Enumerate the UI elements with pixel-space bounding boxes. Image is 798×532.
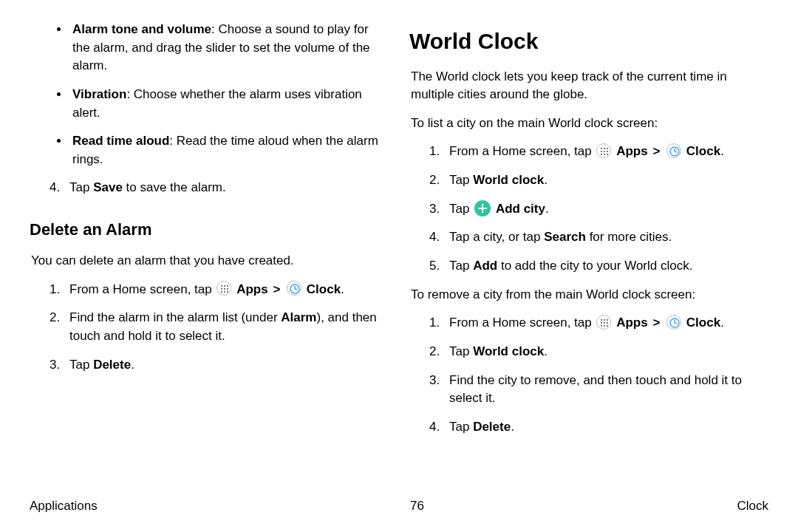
clock-icon [287,281,301,296]
world-clock-heading: World Clock [409,25,768,58]
step-save: Tap Save to save the alarm. [64,179,389,197]
bullet-bold: Read time aloud [72,134,169,148]
page-footer: Applications 76 Clock [30,497,768,516]
text: Tap [69,180,93,194]
text: . [131,358,134,372]
text: Tap a city, or tap [449,230,544,244]
list-city-steps: From a Home screen, tap Apps > Clock. Ta… [409,143,768,275]
chevron-icon: > [652,144,660,158]
list-city-intro: To list a city on the main World clock s… [409,115,768,133]
text-bold: Search [544,230,586,244]
text: From a Home screen, tap [449,144,595,158]
text: for more cities. [586,230,672,244]
list-step-1: From a Home screen, tap Apps > Clock. [443,143,768,161]
text: Tap [69,358,93,372]
bullet-bold: Vibration [72,87,126,101]
svg-line-5 [675,151,677,152]
clock-label: Clock [686,144,720,158]
delete-step-1: From a Home screen, tap Apps > Clock. [64,281,389,299]
apps-icon [216,281,231,296]
apps-icon [596,315,611,330]
footer-page-number: 76 [410,497,424,516]
delete-step-3: Tap Delete. [64,356,389,375]
period: . [720,144,724,158]
text: . [544,344,548,358]
apps-label: Apps [616,316,648,330]
delete-step-2: Find the alarm in the alarm list (under … [64,309,389,345]
text: Tap [449,344,473,358]
footer-right: Clock [737,497,768,516]
clock-label: Clock [686,316,720,330]
remove-step-2: Tap World clock. [443,343,768,361]
remove-step-4: Tap Delete. [443,418,768,437]
text: . [511,420,514,434]
bullet-bold: Alarm tone and volume [72,22,211,36]
text-bold: Delete [473,420,511,434]
list-step-3: Tap Add city. [443,200,768,219]
chevron-icon: > [273,282,280,296]
text: Find the alarm in the alarm list (under [69,310,281,324]
bullet-vibration: Vibration: Choose whether the alarm uses… [69,86,389,122]
list-step-2: Tap World clock. [443,171,768,190]
text: From a Home screen, tap [69,282,215,296]
list-step-5: Tap Add to add the city to your World cl… [443,257,768,276]
chevron-icon: > [652,316,660,330]
two-column-layout: Alarm tone and volume: Choose a sound to… [30,21,768,494]
text-bold: World clock [473,173,544,187]
apps-label: Apps [616,144,648,158]
alarm-save-step: Tap Save to save the alarm. [30,179,389,197]
clock-icon [666,143,681,158]
bullet-alarm-tone: Alarm tone and volume: Choose a sound to… [69,21,389,75]
remove-step-3: Find the city to remove, and then touch … [443,372,768,408]
delete-intro: You can delete an alarm that you have cr… [30,252,389,270]
period: . [341,282,344,296]
text: Tap [449,173,473,187]
text: Tap [449,259,473,273]
text: . [545,202,549,216]
text: to add the city to your World clock. [497,259,692,273]
svg-line-2 [295,289,297,290]
apps-label: Apps [236,282,268,296]
svg-line-8 [675,323,677,324]
text: Tap [449,420,473,434]
text-bold: Add [473,259,497,273]
list-step-4: Tap a city, or tap Search for more citie… [443,228,768,247]
clock-icon [666,315,681,330]
text-bold: Save [93,180,123,194]
footer-left: Applications [30,497,98,516]
apps-icon [596,143,611,158]
remove-city-intro: To remove a city from the main World clo… [409,286,768,304]
text-bold: World clock [473,344,544,358]
text: Tap [449,202,473,216]
right-column: World Clock The World clock lets you kee… [409,21,768,494]
period: . [720,316,724,330]
remove-city-steps: From a Home screen, tap Apps > Clock. Ta… [409,314,768,436]
text-bold: Delete [93,358,131,372]
world-clock-intro: The World clock lets you keep track of t… [409,68,768,104]
text: From a Home screen, tap [449,316,595,330]
delete-alarm-heading: Delete an Alarm [30,218,389,242]
remove-step-1: From a Home screen, tap Apps > Clock. [443,314,768,332]
text: to save the alarm. [123,180,226,194]
text-bold: Add city [496,202,545,216]
left-column: Alarm tone and volume: Choose a sound to… [30,21,389,494]
text: . [544,173,548,187]
text-bold: Alarm [281,310,316,324]
delete-steps: From a Home screen, tap Apps > Clock. Fi… [30,281,389,375]
add-icon [474,200,491,216]
bullet-read-aloud: Read time aloud: Read the time aloud whe… [69,132,389,168]
alarm-options-bullets: Alarm tone and volume: Choose a sound to… [30,21,389,168]
clock-label: Clock [307,282,341,296]
